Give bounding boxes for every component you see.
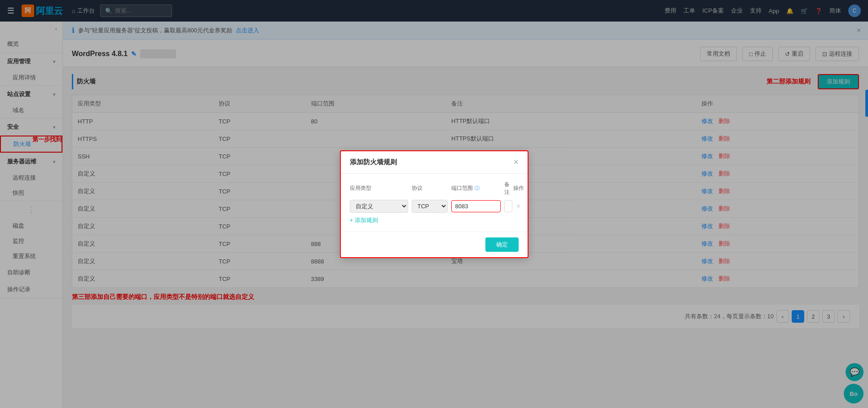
modal-col-port-range: 端口范围 ⓘ [451,184,501,192]
port-hint-icon: ⓘ [475,185,480,192]
modal-protocol-select[interactable]: TCP UDP [412,200,448,213]
modal-app-type-select[interactable]: 自定义 HTTP HTTPS SSH [350,200,408,213]
modal-col-protocol: 协议 [412,184,448,192]
modal-add-rule-link[interactable]: + 添加规则 [350,216,519,224]
modal-title: 添加防火墙规则 [350,158,397,167]
modal-col-app-type: 应用类型 [350,184,408,192]
modal-port-input[interactable] [451,200,501,212]
modal-header: 添加防火墙规则 × [341,151,528,174]
modal-row-delete-icon[interactable]: ✕ [516,203,543,210]
modal-col-note: 备注 [504,181,510,196]
modal-footer: 确定 [341,232,528,257]
modal-body: 应用类型 协议 端口范围 ⓘ 备注 操作 自定义 HTTP HTTPS SSH … [341,174,528,232]
modal-overlay: 添加防火墙规则 × 应用类型 协议 端口范围 ⓘ 备注 操作 自定义 HTTP … [0,0,868,408]
add-firewall-modal: 添加防火墙规则 × 应用类型 协议 端口范围 ⓘ 备注 操作 自定义 HTTP … [340,150,529,258]
modal-col-headers: 应用类型 协议 端口范围 ⓘ 备注 操作 [350,181,519,196]
modal-close-btn[interactable]: × [514,158,519,167]
modal-row-1: 自定义 HTTP HTTPS SSH TCP UDP ✕ [350,200,519,213]
modal-note-input[interactable] [504,200,512,212]
modal-col-action: 操作 [513,184,540,192]
modal-confirm-btn[interactable]: 确定 [485,237,519,252]
